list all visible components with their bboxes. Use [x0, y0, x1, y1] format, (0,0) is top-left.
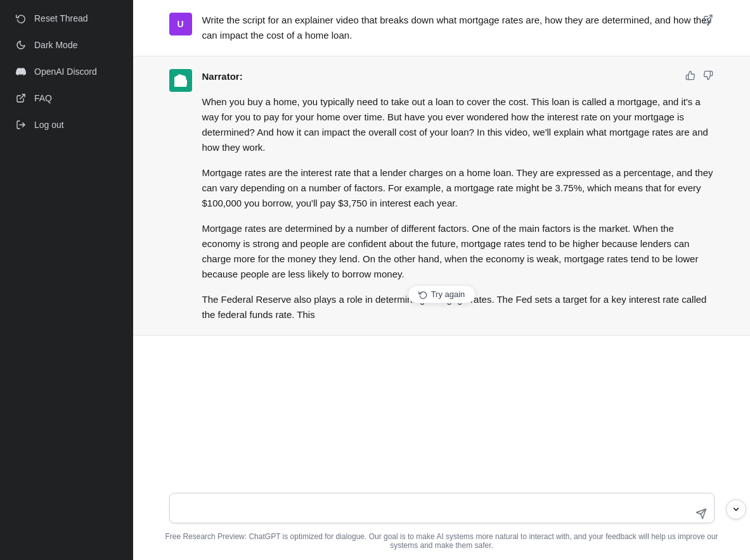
ai-paragraph-1: When you buy a home, you typically need …	[202, 94, 714, 155]
user-message-content: Write the script for an explainer video …	[202, 13, 714, 43]
sidebar-item-openai-discord[interactable]: OpenAI Discord	[5, 60, 128, 84]
send-icon	[695, 508, 707, 519]
sidebar-item-dark-mode[interactable]: Dark Mode	[5, 33, 128, 57]
svg-line-0	[20, 94, 25, 99]
chevron-down-icon	[732, 505, 740, 514]
thumbs-down-button[interactable]	[702, 69, 714, 82]
chat-input[interactable]	[169, 493, 714, 523]
sidebar-item-label-dark-mode: Dark Mode	[34, 40, 77, 50]
sidebar-item-logout[interactable]: Log out	[5, 113, 128, 137]
sidebar-item-reset-thread[interactable]: Reset Thread	[5, 6, 128, 30]
logout-icon	[15, 119, 27, 130]
sidebar-item-faq[interactable]: FAQ	[5, 86, 128, 110]
thumbs-up-button[interactable]	[684, 69, 697, 82]
user-avatar-image: U	[169, 13, 192, 35]
sidebar-item-label-openai-discord: OpenAI Discord	[34, 67, 97, 77]
sidebar-item-label-logout: Log out	[34, 120, 64, 130]
sidebar: Reset Thread Dark Mode OpenAI Discord FA…	[0, 0, 133, 560]
try-again-tooltip[interactable]: Try again	[408, 285, 476, 303]
ai-avatar	[169, 69, 192, 92]
user-message-block: U Write the script for an explainer vide…	[133, 0, 750, 56]
footer-text: Free Research Preview: ChatGPT is optimi…	[133, 526, 750, 560]
external-link-icon	[15, 92, 27, 104]
chat-area: U Write the script for an explainer vide…	[133, 0, 750, 485]
edit-message-button[interactable]	[702, 13, 714, 25]
try-again-label: Try again	[431, 290, 465, 299]
svg-line-2	[707, 15, 711, 20]
input-area	[133, 485, 750, 526]
narrator-label: Narrator:	[202, 69, 714, 84]
ai-paragraph-3: Mortgage rates are determined by a numbe…	[202, 221, 714, 282]
ai-message-content: Narrator: When you buy a home, you typic…	[202, 69, 714, 322]
user-message-actions	[702, 13, 714, 25]
sidebar-item-label-reset-thread: Reset Thread	[34, 13, 88, 23]
moon-icon	[15, 39, 27, 51]
retry-icon	[418, 290, 427, 299]
ai-message-actions	[684, 69, 714, 82]
ai-paragraph-2: Mortgage rates are the interest rate tha…	[202, 165, 714, 211]
reset-icon	[15, 13, 27, 24]
discord-icon	[15, 66, 27, 77]
user-message-text: Write the script for an explainer video …	[202, 13, 714, 43]
user-avatar: U	[169, 13, 192, 35]
ai-message-block: Narrator: When you buy a home, you typic…	[133, 56, 750, 336]
main-content: U Write the script for an explainer vide…	[133, 0, 750, 560]
scroll-down-button[interactable]	[726, 499, 746, 519]
input-container	[169, 493, 714, 526]
sidebar-item-label-faq: FAQ	[34, 93, 52, 103]
send-button[interactable]	[695, 508, 707, 519]
